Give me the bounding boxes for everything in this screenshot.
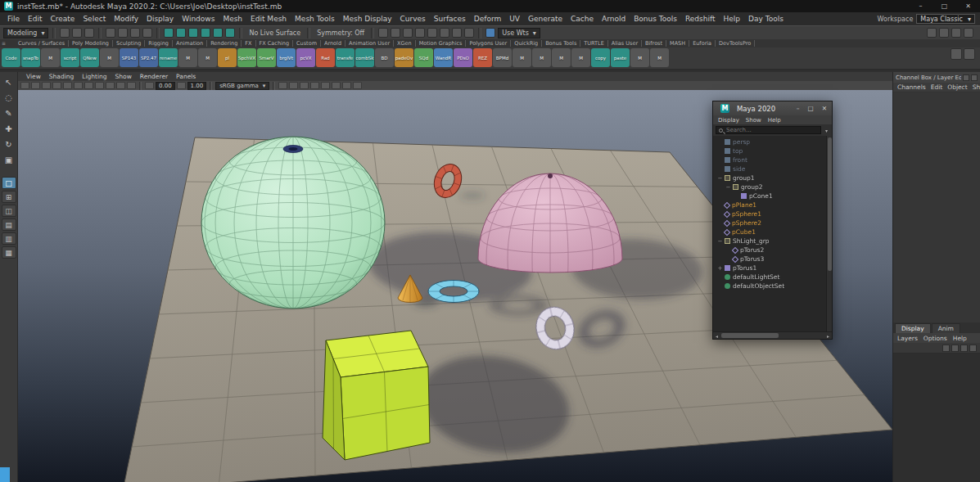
layer-visibility-icon[interactable] <box>942 345 950 352</box>
shelf-button[interactable]: combSk <box>355 48 374 67</box>
shelf-button[interactable]: M <box>41 48 60 67</box>
menu-item[interactable]: Create <box>47 15 79 23</box>
outliner-tree-item[interactable]: top <box>713 146 825 155</box>
channelbox-menu-icon[interactable] <box>971 74 978 81</box>
layout-single-pane[interactable]: □ <box>2 177 16 189</box>
menu-item[interactable]: Generate <box>524 15 567 23</box>
ipr-render-icon[interactable] <box>403 28 413 38</box>
shelf-button[interactable]: brglVt <box>277 48 296 67</box>
image-plane-icon[interactable] <box>63 82 72 89</box>
panel-menu-item[interactable]: Shading <box>46 73 77 80</box>
modeling-toolkit-toggle-icon[interactable] <box>964 28 973 38</box>
close-button[interactable]: ✕ <box>822 105 827 112</box>
layer-editor-menu-item[interactable]: Layers <box>897 335 918 342</box>
make-live-icon[interactable] <box>225 28 235 38</box>
outliner-tree-item[interactable]: pPlane1 <box>713 200 825 209</box>
shelf-button[interactable]: rename <box>159 48 178 67</box>
save-scene-icon[interactable] <box>84 28 94 38</box>
shelf-button[interactable]: REZ <box>473 48 492 67</box>
outliner-menu-item[interactable]: Help <box>768 117 781 124</box>
shelf-tab[interactable]: Custom <box>293 40 321 47</box>
layout-outliner-persp[interactable]: ▦ <box>2 246 16 259</box>
wireframe-icon[interactable] <box>300 82 309 89</box>
view-transform-select[interactable]: sRGB gamma ▾ <box>215 82 269 90</box>
shelf-gear-icon[interactable] <box>951 48 962 60</box>
construction-history-icon[interactable] <box>378 28 388 38</box>
attribute-editor-toggle-icon[interactable] <box>927 28 937 38</box>
menu-item[interactable]: Mesh <box>219 15 246 23</box>
screen-space-ao-icon[interactable] <box>95 82 104 89</box>
shelf-tab[interactable]: Rendering <box>207 40 242 47</box>
shelf-button[interactable]: QNew <box>80 48 99 67</box>
menu-item[interactable]: Curves <box>396 15 430 23</box>
outliner-tree-item[interactable]: − group1 <box>713 173 825 182</box>
select-component-icon[interactable] <box>130 28 140 38</box>
tool-settings-toggle-icon[interactable] <box>939 28 949 38</box>
outliner-tree-item[interactable]: − ShLight_grp <box>713 236 825 246</box>
isolate-icon[interactable] <box>464 28 474 38</box>
menu-item[interactable]: Surfaces <box>430 15 470 23</box>
shelf-tab[interactable]: Animation <box>173 40 207 47</box>
menu-item[interactable]: Mesh Tools <box>291 15 339 23</box>
layer-render-icon[interactable] <box>960 345 968 352</box>
outliner-tree-item[interactable]: pTorus3 <box>713 255 825 264</box>
exposure-field[interactable]: 0.00 <box>156 82 175 90</box>
shelf-button[interactable]: SP2.47 <box>139 48 158 67</box>
scene-object-cube[interactable] <box>323 331 430 460</box>
shelf-tab[interactable]: FX Caching <box>256 40 294 47</box>
shelf-tab[interactable]: Polygons User <box>466 40 511 47</box>
layer-list[interactable] <box>893 354 980 482</box>
channel-box-menu-item[interactable]: Object <box>947 83 967 91</box>
shelf-button[interactable]: SpchVX <box>237 48 256 67</box>
xray-icon[interactable] <box>289 82 298 89</box>
snap-projected-center-icon[interactable] <box>201 28 210 38</box>
highlight-selection-icon[interactable] <box>427 28 437 38</box>
menu-item[interactable]: Day Tools <box>744 15 788 23</box>
shelf-tab[interactable]: DevToolsPro <box>716 40 755 47</box>
shelf-button[interactable]: WandR <box>434 48 453 67</box>
outline-icon[interactable] <box>353 82 362 89</box>
menu-item[interactable]: Help <box>720 15 745 23</box>
panel-menu-item[interactable]: Lighting <box>79 73 110 80</box>
layer-editor-tab[interactable]: Anim <box>932 323 960 333</box>
smooth-shade-icon[interactable] <box>310 82 319 89</box>
outliner-tree-item[interactable]: pCube1 <box>713 227 825 236</box>
outliner-title-bar[interactable]: M Maya 2020 – □ ✕ <box>713 101 832 115</box>
shelf-button[interactable]: M <box>571 48 590 67</box>
shelf-button[interactable]: M <box>198 48 217 67</box>
outliner-tree-item[interactable]: pSphere2 <box>713 218 825 227</box>
outliner-tree-item[interactable]: side <box>713 164 825 173</box>
multisample-icon[interactable] <box>116 82 125 89</box>
channel-box-menu-item[interactable]: Edit <box>931 83 943 91</box>
shelf-tab[interactable]: Animation User <box>345 40 394 47</box>
outliner-search-input[interactable] <box>716 126 821 134</box>
menu-item[interactable]: Mesh Display <box>339 15 396 23</box>
outliner-menu-item[interactable]: Display <box>718 117 739 124</box>
selection-mask-icon[interactable] <box>485 28 495 38</box>
selection-mask-select[interactable]: Use Wts ▾ <box>498 28 540 38</box>
layer-editor-menu-item[interactable]: Options <box>924 335 947 342</box>
grid-toggle-icon[interactable] <box>20 82 29 89</box>
channel-box-toggle-icon[interactable] <box>951 28 961 38</box>
outliner-tree-item[interactable]: persp <box>713 137 825 146</box>
layer-editor-tab[interactable]: Display <box>895 323 931 333</box>
shelf-button[interactable]: SmarV <box>257 48 276 67</box>
shelf-tab[interactable]: Alias User <box>608 40 642 47</box>
depth-of-field-icon[interactable] <box>127 82 136 89</box>
menu-item[interactable]: Deform <box>470 15 505 23</box>
isolate-select-icon[interactable] <box>278 82 287 89</box>
scroll-left-icon[interactable]: ◂ <box>713 333 720 339</box>
select-asset-icon[interactable] <box>142 28 152 38</box>
menu-item[interactable]: UV <box>505 15 524 23</box>
panel-menu-item[interactable]: Panels <box>173 73 199 80</box>
new-scene-icon[interactable] <box>60 28 70 38</box>
shelf-tab[interactable]: Bonus Tools <box>542 40 580 47</box>
shelf-button[interactable]: paste <box>611 48 630 67</box>
shelf-button[interactable]: M <box>630 48 649 67</box>
menu-item[interactable]: Select <box>79 15 110 23</box>
shelf-button[interactable]: SQd <box>414 48 433 67</box>
lasso-tool[interactable]: ◌ <box>2 91 16 105</box>
channel-box-menu-item[interactable]: Show <box>973 83 980 91</box>
shelf-button[interactable]: M <box>178 48 197 67</box>
scrollbar-track[interactable] <box>720 332 824 339</box>
